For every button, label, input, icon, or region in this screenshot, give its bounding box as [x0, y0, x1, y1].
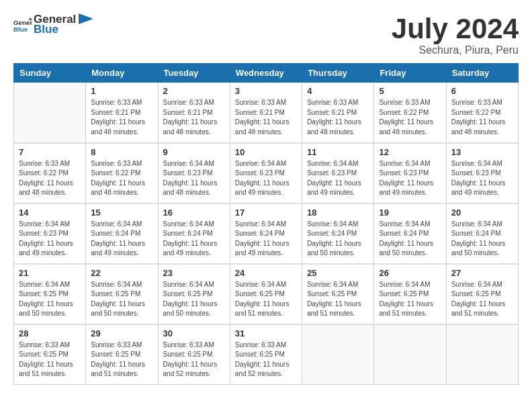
calendar-cell: 23Sunrise: 6:34 AMSunset: 6:25 PMDayligh…	[158, 264, 230, 324]
day-number: 6	[451, 86, 513, 96]
day-number: 30	[163, 328, 225, 338]
calendar-weekday-wednesday: Wednesday	[230, 64, 302, 83]
page-header: General Blue General Blue July 2024 Sech…	[13, 13, 519, 56]
calendar-cell: 20Sunrise: 6:34 AMSunset: 6:24 PMDayligh…	[446, 203, 518, 264]
day-info: Sunrise: 6:34 AMSunset: 6:24 PMDaylight:…	[451, 220, 513, 259]
calendar-cell: 6Sunrise: 6:33 AMSunset: 6:22 PMDaylight…	[446, 83, 518, 143]
day-info: Sunrise: 6:34 AMSunset: 6:25 PMDaylight:…	[451, 280, 513, 319]
calendar-cell: 29Sunrise: 6:33 AMSunset: 6:25 PMDayligh…	[86, 324, 158, 385]
calendar-weekday-friday: Friday	[374, 64, 446, 83]
day-info: Sunrise: 6:33 AMSunset: 6:25 PMDaylight:…	[235, 340, 297, 379]
calendar-cell: 14Sunrise: 6:34 AMSunset: 6:23 PMDayligh…	[14, 203, 86, 264]
day-number: 3	[235, 86, 297, 96]
day-number: 22	[91, 268, 152, 278]
day-number: 9	[163, 147, 225, 157]
calendar-cell: 22Sunrise: 6:34 AMSunset: 6:25 PMDayligh…	[86, 264, 158, 324]
calendar-week-row: 28Sunrise: 6:33 AMSunset: 6:25 PMDayligh…	[14, 324, 519, 385]
calendar-weekday-sunday: Sunday	[14, 64, 86, 83]
day-info: Sunrise: 6:34 AMSunset: 6:23 PMDaylight:…	[19, 220, 81, 259]
calendar-weekday-monday: Monday	[86, 64, 158, 83]
calendar-cell: 19Sunrise: 6:34 AMSunset: 6:24 PMDayligh…	[374, 203, 446, 264]
calendar-cell: 8Sunrise: 6:33 AMSunset: 6:22 PMDaylight…	[86, 143, 158, 203]
calendar-table: SundayMondayTuesdayWednesdayThursdayFrid…	[13, 63, 519, 385]
day-number: 12	[379, 147, 441, 157]
calendar-week-row: 21Sunrise: 6:34 AMSunset: 6:25 PMDayligh…	[14, 264, 519, 324]
day-number: 29	[91, 328, 152, 338]
day-info: Sunrise: 6:34 AMSunset: 6:24 PMDaylight:…	[379, 220, 441, 259]
day-number: 11	[307, 147, 369, 157]
day-info: Sunrise: 6:34 AMSunset: 6:25 PMDaylight:…	[91, 280, 152, 319]
subtitle: Sechura, Piura, Peru	[392, 44, 519, 56]
day-info: Sunrise: 6:33 AMSunset: 6:21 PMDaylight:…	[91, 98, 152, 137]
calendar-week-row: 7Sunrise: 6:33 AMSunset: 6:22 PMDaylight…	[14, 143, 519, 203]
logo-icon: General Blue	[13, 15, 32, 34]
calendar-cell: 18Sunrise: 6:34 AMSunset: 6:24 PMDayligh…	[302, 203, 374, 264]
calendar-cell: 3Sunrise: 6:33 AMSunset: 6:21 PMDaylight…	[230, 83, 302, 143]
day-number: 1	[91, 86, 152, 96]
day-number: 27	[451, 268, 513, 278]
day-info: Sunrise: 6:33 AMSunset: 6:25 PMDaylight:…	[19, 340, 81, 379]
calendar-cell	[14, 83, 86, 143]
day-number: 18	[307, 208, 369, 218]
title-block: July 2024 Sechura, Piura, Peru	[392, 13, 519, 56]
day-number: 23	[163, 268, 225, 278]
day-info: Sunrise: 6:34 AMSunset: 6:23 PMDaylight:…	[379, 159, 441, 198]
day-info: Sunrise: 6:34 AMSunset: 6:23 PMDaylight:…	[307, 159, 369, 198]
day-number: 21	[19, 268, 81, 278]
calendar-cell	[374, 324, 446, 385]
day-info: Sunrise: 6:33 AMSunset: 6:22 PMDaylight:…	[19, 159, 81, 198]
day-info: Sunrise: 6:34 AMSunset: 6:25 PMDaylight:…	[235, 280, 297, 319]
calendar-cell: 11Sunrise: 6:34 AMSunset: 6:23 PMDayligh…	[302, 143, 374, 203]
calendar-cell: 25Sunrise: 6:34 AMSunset: 6:25 PMDayligh…	[302, 264, 374, 324]
calendar-cell: 10Sunrise: 6:34 AMSunset: 6:23 PMDayligh…	[230, 143, 302, 203]
day-info: Sunrise: 6:33 AMSunset: 6:22 PMDaylight:…	[91, 159, 152, 198]
logo-flag-icon	[79, 13, 93, 31]
calendar-cell: 12Sunrise: 6:34 AMSunset: 6:23 PMDayligh…	[374, 143, 446, 203]
main-title: July 2024	[392, 13, 519, 44]
day-info: Sunrise: 6:34 AMSunset: 6:23 PMDaylight:…	[451, 159, 513, 198]
day-info: Sunrise: 6:34 AMSunset: 6:24 PMDaylight:…	[91, 220, 152, 259]
day-number: 25	[307, 268, 369, 278]
day-number: 8	[91, 147, 152, 157]
day-info: Sunrise: 6:33 AMSunset: 6:21 PMDaylight:…	[307, 98, 369, 137]
day-info: Sunrise: 6:34 AMSunset: 6:24 PMDaylight:…	[163, 220, 225, 259]
day-number: 4	[307, 86, 369, 96]
day-info: Sunrise: 6:33 AMSunset: 6:25 PMDaylight:…	[163, 340, 225, 379]
calendar-header-row: SundayMondayTuesdayWednesdayThursdayFrid…	[14, 64, 519, 83]
day-number: 7	[19, 147, 81, 157]
day-number: 28	[19, 328, 81, 338]
day-info: Sunrise: 6:34 AMSunset: 6:23 PMDaylight:…	[163, 159, 225, 198]
calendar-cell: 13Sunrise: 6:34 AMSunset: 6:23 PMDayligh…	[446, 143, 518, 203]
day-info: Sunrise: 6:33 AMSunset: 6:21 PMDaylight:…	[235, 98, 297, 137]
day-number: 13	[451, 147, 513, 157]
calendar-cell: 2Sunrise: 6:33 AMSunset: 6:21 PMDaylight…	[158, 83, 230, 143]
day-info: Sunrise: 6:33 AMSunset: 6:22 PMDaylight:…	[451, 98, 513, 137]
calendar-cell: 7Sunrise: 6:33 AMSunset: 6:22 PMDaylight…	[14, 143, 86, 203]
calendar-cell: 28Sunrise: 6:33 AMSunset: 6:25 PMDayligh…	[14, 324, 86, 385]
svg-text:Blue: Blue	[13, 25, 28, 32]
svg-marker-3	[79, 13, 93, 24]
calendar-cell	[302, 324, 374, 385]
day-number: 15	[91, 208, 152, 218]
day-info: Sunrise: 6:34 AMSunset: 6:24 PMDaylight:…	[235, 220, 297, 259]
day-info: Sunrise: 6:33 AMSunset: 6:25 PMDaylight:…	[91, 340, 152, 379]
calendar-cell: 1Sunrise: 6:33 AMSunset: 6:21 PMDaylight…	[86, 83, 158, 143]
day-number: 31	[235, 328, 297, 338]
calendar-cell: 16Sunrise: 6:34 AMSunset: 6:24 PMDayligh…	[158, 203, 230, 264]
day-info: Sunrise: 6:34 AMSunset: 6:25 PMDaylight:…	[307, 280, 369, 319]
calendar-week-row: 14Sunrise: 6:34 AMSunset: 6:23 PMDayligh…	[14, 203, 519, 264]
logo: General Blue General Blue	[13, 13, 93, 36]
day-number: 2	[163, 86, 225, 96]
calendar-cell: 27Sunrise: 6:34 AMSunset: 6:25 PMDayligh…	[446, 264, 518, 324]
calendar-cell	[446, 324, 518, 385]
day-number: 19	[379, 208, 441, 218]
calendar-weekday-tuesday: Tuesday	[158, 64, 230, 83]
calendar-cell: 5Sunrise: 6:33 AMSunset: 6:22 PMDaylight…	[374, 83, 446, 143]
calendar-week-row: 1Sunrise: 6:33 AMSunset: 6:21 PMDaylight…	[14, 83, 519, 143]
calendar-cell: 26Sunrise: 6:34 AMSunset: 6:25 PMDayligh…	[374, 264, 446, 324]
day-info: Sunrise: 6:34 AMSunset: 6:25 PMDaylight:…	[163, 280, 225, 319]
calendar-cell: 30Sunrise: 6:33 AMSunset: 6:25 PMDayligh…	[158, 324, 230, 385]
calendar-cell: 4Sunrise: 6:33 AMSunset: 6:21 PMDaylight…	[302, 83, 374, 143]
day-info: Sunrise: 6:34 AMSunset: 6:25 PMDaylight:…	[379, 280, 441, 319]
day-number: 10	[235, 147, 297, 157]
